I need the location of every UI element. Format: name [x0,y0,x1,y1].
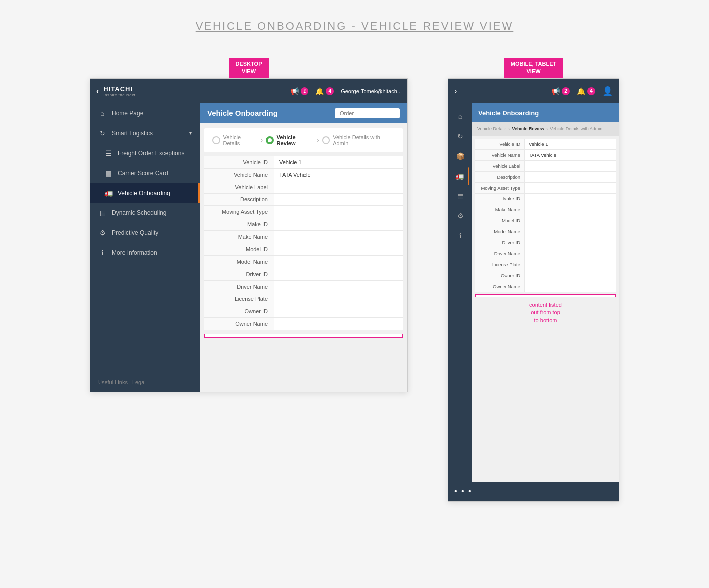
mobile-bottom-border-decoration [475,294,616,297]
sidebar-item-carrier[interactable]: ▦ Carrier Score Card [90,163,200,183]
mobile-form-row-moving-asset: Moving Asset Type [475,183,616,194]
mobile-value-driver-name [525,248,616,259]
mobile-form-row-driver-name: Driver Name [475,248,616,259]
title-suffix: - VEHICLE REVIEW VIEW [347,20,513,32]
mobile-megaphone-notification[interactable]: 📢 2 [551,87,570,95]
mobile-bell-count: 4 [587,87,595,95]
label-description: Description [204,194,274,205]
mobile-sidebar-freight[interactable]: 📦 [451,147,469,165]
mobile-annotation: content listed out from top to bottom [472,301,619,324]
value-make-id [274,218,403,230]
mobile-mockup: › 📢 2 🔔 4 👤 ⌂ ↻ [448,78,619,502]
label-license-plate: License Plate [204,293,274,305]
mobile-step-arrow-2: › [546,126,548,132]
form-row-make-id: Make ID [204,218,403,231]
mobile-value-license-plate [525,259,616,270]
mobile-label-owner-id: Owner ID [475,270,525,281]
mobile-sidebar-dynamic[interactable]: ▦ [451,187,469,205]
mobile-label-driver-name: Driver Name [475,248,525,259]
mobile-sidebar-home[interactable]: ⌂ [451,107,469,125]
label-make-id: Make ID [204,218,274,230]
mobile-label-moving-asset: Moving Asset Type [475,183,525,193]
search-input[interactable] [335,108,400,118]
mobile-content: Vehicle Onboarding Vehicle Details › Veh… [472,103,619,482]
mobile-bell-notification[interactable]: 🔔 4 [577,87,595,95]
value-driver-name [274,281,403,293]
step2-circle [266,136,274,144]
form-row-vehicle-label: Vehicle Label [204,181,403,194]
desktop-sidebar: ⌂ Home Page ↻ Smart Logistics ▾ ☰ [90,103,200,392]
sidebar-item-predictive-quality[interactable]: ⚙ Predictive Quality [90,223,200,243]
bell-notification[interactable]: 🔔 4 [315,87,334,95]
step1-label: Vehicle Details [223,134,258,146]
mobile-form-row-model-id: Model ID [475,215,616,226]
megaphone-notification[interactable]: 📢 2 [290,87,308,95]
sidebar-item-more-info[interactable]: ℹ More Information [90,243,200,263]
form-row-license-plate: License Plate [204,293,403,305]
label-driver-id: Driver ID [204,268,274,280]
vehicle-onboarding-icon: 🚛 [104,189,113,197]
title-underline: ONBOARDING [257,20,347,32]
label-vehicle-label: Vehicle Label [204,181,274,193]
mobile-sidebar-smart-logistics[interactable]: ↻ [451,127,469,145]
value-description [274,194,403,205]
sidebar-item-home[interactable]: ⌂ Home Page [90,103,200,123]
step-vehicle-details-admin: Vehicle Details with Admin [322,134,395,146]
label-driver-name: Driver Name [204,281,274,293]
mobile-forward-button[interactable]: › [454,87,457,96]
mobile-value-make-id [525,194,616,204]
mobile-form-row-make-id: Make ID [475,194,616,204]
form-row-vehicle-name: Vehicle Name TATA Vehicle [204,169,403,181]
mobile-step-admin: Vehicle Details with Admin [550,126,602,132]
bell-count: 4 [326,87,334,95]
form-row-model-name: Model Name [204,256,403,268]
mobile-dots-menu[interactable]: • • • [454,487,472,496]
mobile-megaphone-count: 2 [562,87,570,95]
form-row-vehicle-id: Vehicle ID Vehicle 1 [204,156,403,169]
mobile-label-license-plate: License Plate [475,259,525,270]
mobile-label-vehicle-label: Vehicle Label [475,161,525,171]
sidebar-item-dynamic-scheduling[interactable]: ▦ Dynamic Scheduling [90,203,200,223]
freight-icon: ☰ [104,149,113,157]
sidebar-item-vehicle-onboarding[interactable]: 🚛 Vehicle Onboarding [90,183,200,203]
mobile-content-title: Vehicle Onboarding [478,109,539,117]
mobile-sidebar-more-info[interactable]: ℹ [451,227,469,245]
form-row-model-id: Model ID [204,243,403,256]
carrier-icon: ▦ [104,169,113,177]
sidebar-item-smart-logistics[interactable]: ↻ Smart Logistics ▾ [90,123,200,143]
sidebar-label-smart-logistics: Smart Logistics [112,130,153,137]
sidebar-label-more-info: More Information [112,249,157,256]
value-owner-id [274,305,403,317]
mobile-form-row-owner-name: Owner Name [475,281,616,292]
form-row-moving-asset: Moving Asset Type [204,206,403,218]
value-make-name [274,231,403,243]
value-license-plate [274,293,403,305]
mobile-form-row-model-name: Model Name [475,226,616,237]
desktop-mockup: ‹ HITACHI Inspire the Next 📢 2 🔔 4 [90,78,408,392]
sidebar-label-home: Home Page [112,110,143,117]
mobile-label-driver-id: Driver ID [475,237,525,248]
value-driver-id [274,268,403,280]
megaphone-icon: 📢 [290,87,299,95]
mobile-sidebar-vehicle[interactable]: 🚛 [451,167,469,185]
bottom-border-decoration [204,334,403,338]
mobile-form-row-owner-id: Owner ID [475,270,616,281]
step-arrow-1: › [261,137,263,144]
mobile-label-vehicle-id: Vehicle ID [475,139,525,149]
desktop-view-wrapper: DESKTOP view ‹ HITACHI Inspire the Next … [90,58,408,392]
step3-label: Vehicle Details with Admin [333,134,395,146]
mobile-sidebar-predictive[interactable]: ⚙ [451,207,469,225]
form-row-owner-name: Owner Name [204,318,403,330]
chevron-down-icon: ▾ [189,130,192,136]
dynamic-scheduling-icon: ▦ [98,209,107,217]
step3-circle [322,136,330,144]
sidebar-item-freight[interactable]: ☰ Freight Order Exceptions [90,143,200,163]
desktop-content-area: Vehicle Onboarding Vehicle Details › Veh… [200,103,407,392]
back-button[interactable]: ‹ [96,87,99,96]
desktop-badge: DESKTOP view [229,58,269,78]
mobile-form-row-vehicle-id: Vehicle ID Vehicle 1 [475,139,616,150]
step-vehicle-review: Vehicle Review [266,134,314,146]
vehicle-form-table: Vehicle ID Vehicle 1 Vehicle Name TATA V… [204,156,403,330]
megaphone-count: 2 [301,87,308,95]
label-model-id: Model ID [204,243,274,255]
